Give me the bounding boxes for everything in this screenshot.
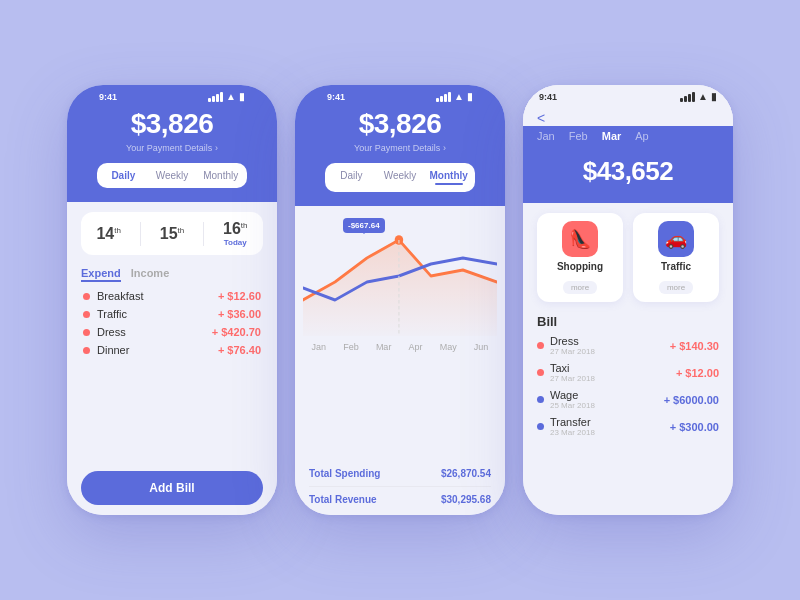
month-jun: Jun	[474, 342, 489, 352]
bill-date-1: 27 Mar 2018	[550, 374, 595, 383]
bill-name-0: Dress	[550, 335, 595, 347]
shopping-more-btn[interactable]: more	[563, 281, 597, 294]
battery-icon: ▮	[239, 91, 245, 102]
month-nav: Jan Feb Mar Ap	[523, 126, 733, 150]
chart-area: -$667.64 Jan	[295, 210, 505, 460]
month-jan-3[interactable]: Jan	[537, 130, 555, 142]
phone1-amount: $3,826	[83, 108, 261, 140]
bill-date-0: 27 Mar 2018	[550, 347, 595, 356]
tab-monthly-1[interactable]: Monthly	[197, 166, 244, 185]
phone2-amount: $3,826	[311, 108, 489, 140]
bill-list: Dress 27 Mar 2018 + $140.30 Taxi 27 Mar …	[523, 335, 733, 437]
bill-amount-3: + $300.00	[670, 421, 719, 433]
tab-daily-1[interactable]: Daily	[100, 166, 147, 185]
date-divider-1	[140, 222, 141, 246]
bill-dot-1	[537, 369, 544, 376]
tab-weekly-1[interactable]: Weekly	[149, 166, 196, 185]
tab-daily-2[interactable]: Daily	[328, 166, 375, 189]
battery-icon-3: ▮	[711, 91, 717, 102]
date-item-16: 16th Today	[223, 220, 247, 247]
date-divider-2	[203, 222, 204, 246]
total-spending-label: Total Spending	[309, 468, 380, 479]
svg-marker-0	[303, 240, 497, 336]
bill-name-2: Wage	[550, 389, 595, 401]
bill-taxi: Taxi 27 Mar 2018 + $12.00	[537, 362, 719, 383]
toggle-row: Expend Income	[81, 267, 263, 282]
bill-dot-0	[537, 342, 544, 349]
status-icons-3: ▲ ▮	[680, 91, 717, 102]
expense-name-2: Dress	[97, 326, 126, 338]
month-feb-3[interactable]: Feb	[569, 130, 588, 142]
month-feb: Feb	[343, 342, 359, 352]
shopping-label: Shopping	[543, 261, 617, 272]
expense-dot-1	[83, 311, 90, 318]
month-jan: Jan	[312, 342, 327, 352]
phone2-header: 9:41 ▲ ▮ $3,826 Your Payment Details › D…	[295, 85, 505, 206]
toggle-income[interactable]: Income	[131, 267, 170, 282]
expense-dot-3	[83, 347, 90, 354]
month-mar-3[interactable]: Mar	[602, 130, 622, 142]
signal-icon-3	[680, 92, 695, 102]
expense-name-1: Traffic	[97, 308, 127, 320]
total-revenue-row: Total Revenue $30,295.68	[309, 494, 491, 505]
expense-item-dress: Dress + $420.70	[81, 326, 263, 338]
expense-amount-1: + $36.00	[218, 308, 261, 320]
expense-amount-0: + $12.60	[218, 290, 261, 302]
month-may: May	[440, 342, 457, 352]
bill-amount-0: + $140.30	[670, 340, 719, 352]
back-arrow[interactable]: <	[523, 104, 733, 126]
phone-2: 9:41 ▲ ▮ $3,826 Your Payment Details › D…	[295, 85, 505, 515]
bill-section-title: Bill	[523, 310, 733, 335]
tab-weekly-2[interactable]: Weekly	[377, 166, 424, 189]
traffic-icon: 🚗	[658, 221, 694, 257]
month-apr: Apr	[409, 342, 423, 352]
expense-item-breakfast: Breakfast + $12.60	[81, 290, 263, 302]
status-time-1: 9:41	[99, 92, 117, 102]
traffic-more-btn[interactable]: more	[659, 281, 693, 294]
wifi-icon: ▲	[226, 91, 236, 102]
bill-transfer: Transfer 23 Mar 2018 + $300.00	[537, 416, 719, 437]
bill-name-1: Taxi	[550, 362, 595, 374]
status-time-2: 9:41	[327, 92, 345, 102]
category-cards: 👠 Shopping more 🚗 Traffic more	[523, 203, 733, 310]
status-bar-3: 9:41 ▲ ▮	[523, 85, 733, 104]
expense-list: Breakfast + $12.60 Traffic + $36.00 Dres…	[81, 290, 263, 463]
phone2-subtitle: Your Payment Details ›	[311, 142, 489, 153]
bill-dress: Dress 27 Mar 2018 + $140.30	[537, 335, 719, 356]
phone-1: 9:41 ▲ ▮ $3,826 Your Payment Details › D…	[67, 85, 277, 515]
month-ap-3[interactable]: Ap	[635, 130, 648, 142]
phone1-body: 14th 15th 16th Today Expend Income Break…	[67, 202, 277, 515]
total-revenue-label: Total Revenue	[309, 494, 377, 505]
toggle-expend[interactable]: Expend	[81, 267, 121, 282]
bill-dot-3	[537, 423, 544, 430]
expense-name-0: Breakfast	[97, 290, 143, 302]
total-revenue-value: $30,295.68	[441, 494, 491, 505]
phone1-header: 9:41 ▲ ▮ $3,826 Your Payment Details › D…	[67, 85, 277, 202]
bill-amount-1: + $12.00	[676, 367, 719, 379]
date-selector: 14th 15th 16th Today	[81, 212, 263, 255]
traffic-label: Traffic	[639, 261, 713, 272]
signal-icon	[208, 92, 223, 102]
status-icons-2: ▲ ▮	[436, 91, 473, 102]
status-icons-1: ▲ ▮	[208, 91, 245, 102]
expense-amount-3: + $76.40	[218, 344, 261, 356]
expense-dot-2	[83, 329, 90, 336]
phone3-body: 👠 Shopping more 🚗 Traffic more Bill Dr	[523, 203, 733, 515]
phone3-big-amount: $43,652	[523, 150, 733, 203]
phone1-tab-bar: Daily Weekly Monthly	[97, 163, 247, 188]
bill-amount-2: + $6000.00	[664, 394, 719, 406]
expense-dot-0	[83, 293, 90, 300]
phone1-subtitle: Your Payment Details ›	[83, 142, 261, 153]
bill-date-3: 23 Mar 2018	[550, 428, 595, 437]
category-traffic: 🚗 Traffic more	[633, 213, 719, 302]
phone2-tab-bar: Daily Weekly Monthly	[325, 163, 475, 192]
month-mar: Mar	[376, 342, 392, 352]
date-item-14: 14th	[96, 225, 120, 243]
expense-name-3: Dinner	[97, 344, 129, 356]
wifi-icon-2: ▲	[454, 91, 464, 102]
category-shopping: 👠 Shopping more	[537, 213, 623, 302]
phone-3: 9:41 ▲ ▮ < Jan Feb Mar Ap $43,652	[523, 85, 733, 515]
add-bill-button[interactable]: Add Bill	[81, 471, 263, 505]
chart-tooltip: -$667.64	[343, 218, 385, 233]
tab-monthly-2[interactable]: Monthly	[425, 166, 472, 189]
